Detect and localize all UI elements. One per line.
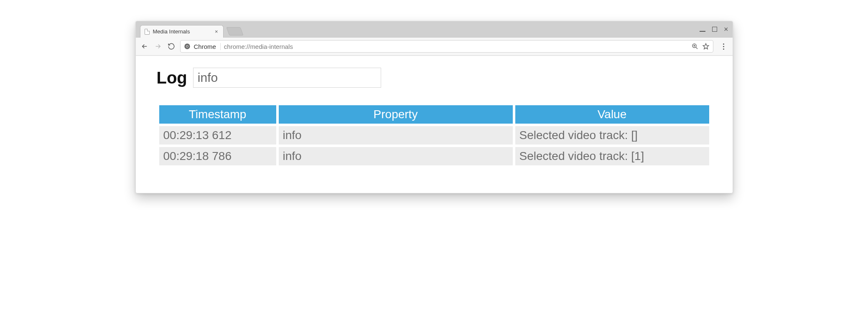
- svg-point-2: [186, 46, 188, 47]
- cell-value: Selected video track: []: [515, 126, 709, 145]
- log-header: Log: [157, 68, 712, 88]
- col-header-property: Property: [279, 105, 513, 124]
- browser-tab[interactable]: Media Internals ×: [140, 25, 224, 38]
- menu-button[interactable]: [719, 42, 728, 51]
- minimize-button[interactable]: [700, 29, 705, 30]
- log-filter-input[interactable]: [193, 68, 381, 88]
- reload-button[interactable]: [167, 42, 176, 51]
- bookmark-star-icon[interactable]: [702, 43, 710, 50]
- table-row: 00:29:13 612 info Selected video track: …: [159, 126, 709, 145]
- address-bar[interactable]: Chrome chrome://media-internals: [180, 40, 713, 53]
- zoom-icon[interactable]: [691, 43, 699, 50]
- svg-line-4: [696, 47, 697, 49]
- url-scheme-label: Chrome: [194, 43, 221, 50]
- toolbar: Chrome chrome://media-internals: [136, 37, 733, 56]
- col-header-timestamp: Timestamp: [159, 105, 276, 124]
- page-content: Log Timestamp Property Value 00:29:13 6: [136, 56, 733, 193]
- tab-strip: Media Internals × ×: [136, 21, 733, 37]
- new-tab-button[interactable]: [226, 27, 243, 36]
- close-window-button[interactable]: ×: [724, 25, 728, 33]
- cell-value: Selected video track: [1]: [515, 147, 709, 165]
- maximize-button[interactable]: [712, 27, 717, 32]
- cell-property: info: [279, 147, 513, 165]
- browser-window: Media Internals × ×: [135, 21, 733, 193]
- svg-marker-7: [703, 43, 709, 49]
- table-row: 00:29:18 786 info Selected video track: …: [159, 147, 709, 165]
- col-header-value: Value: [515, 105, 709, 124]
- tab-title: Media Internals: [153, 28, 211, 35]
- chrome-icon: [184, 43, 191, 50]
- back-button[interactable]: [140, 42, 149, 51]
- url-text: chrome://media-internals: [224, 43, 293, 50]
- log-table: Timestamp Property Value 00:29:13 612 in…: [157, 103, 712, 168]
- close-tab-icon[interactable]: ×: [215, 28, 218, 35]
- table-header-row: Timestamp Property Value: [159, 105, 709, 124]
- window-controls: ×: [700, 21, 728, 37]
- cell-timestamp: 00:29:13 612: [159, 126, 276, 145]
- page-title: Log: [157, 68, 187, 87]
- page-icon: [145, 29, 150, 35]
- cell-timestamp: 00:29:18 786: [159, 147, 276, 165]
- forward-button[interactable]: [153, 42, 163, 51]
- cell-property: info: [279, 126, 513, 145]
